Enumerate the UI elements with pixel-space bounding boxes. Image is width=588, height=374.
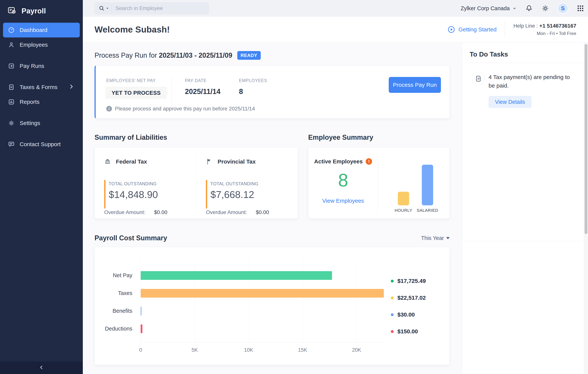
sidebar-item-label: Employees	[20, 42, 48, 48]
company-selector[interactable]: Zylker Corp Canada	[461, 5, 517, 11]
todo-divider	[462, 241, 584, 241]
legend-dot	[391, 330, 394, 333]
chart-category-label: Net Pay	[93, 272, 132, 279]
liability-title: Provincial Tax	[218, 158, 256, 165]
apps-grid-icon	[577, 5, 584, 12]
user-avatar[interactable]: S	[557, 3, 568, 14]
employee-chart-label: SALARIED	[414, 208, 441, 213]
help-line-number: +1 5146736167	[539, 23, 576, 29]
sidebar-item-employees[interactable]: Employees	[3, 37, 80, 52]
active-employees-block: Active Employees ! 8 View Employees	[308, 148, 378, 218]
total-outstanding-label: TOTAL OUTSTANDING	[210, 181, 258, 187]
total-outstanding-amount: $14,848.90	[109, 189, 158, 200]
range-selector-label: This Year	[421, 235, 444, 241]
flag-icon	[206, 158, 213, 165]
view-employees-link[interactable]: View Employees	[322, 197, 364, 204]
payroll-cost-card: 05K10K15K20KNet PayTaxesBenefitsDeductio…	[94, 247, 450, 365]
sidebar-item-reports[interactable]: Reports	[3, 94, 80, 109]
x-axis-tick-label: 5K	[191, 347, 198, 353]
caret-down-icon	[446, 237, 450, 239]
total-outstanding-label: TOTAL OUTSTANDING	[109, 181, 157, 187]
sidebar-item-label: Taxes & Forms	[20, 84, 57, 90]
scrollbar-thumb[interactable]	[585, 44, 588, 234]
reports-icon	[8, 99, 15, 105]
legend-dot	[391, 280, 394, 282]
accent-bar	[206, 180, 207, 208]
total-outstanding-amount: $7,668.12	[210, 189, 254, 200]
chart-legend: $17,725.49$22,517.02$30.00$150.00	[391, 278, 426, 335]
chart-bar	[141, 271, 332, 280]
search-input[interactable]	[116, 5, 205, 11]
sidebar-item-label: Reports	[20, 99, 40, 105]
sidebar: Payroll Dashboard Employees	[0, 0, 83, 374]
payrun-card: EMPLOYEES' NET PAY YET TO PROCESS PAY DA…	[94, 65, 450, 118]
chart-category-label: Benefits	[93, 308, 132, 314]
pay-date-value: 2025/11/14	[185, 88, 220, 96]
x-axis-tick-label: 0	[139, 347, 142, 353]
getting-started-link[interactable]: Getting Started	[448, 26, 497, 33]
sidebar-item-pay-runs[interactable]: Pay Runs	[3, 59, 80, 73]
chart-gridline	[357, 260, 357, 342]
accent-bar	[104, 180, 105, 208]
chevron-left-icon	[39, 364, 44, 371]
sidebar-item-contact-support[interactable]: Contact Support	[3, 137, 80, 152]
bank-icon	[104, 158, 111, 165]
chevron-right-icon	[68, 83, 75, 91]
todo-panel: To Do Tasks 4 Tax payment(s) are pending…	[462, 42, 584, 374]
payrun-period: 2025/11/03 - 2025/11/09	[159, 52, 232, 59]
welcome-header: Welcome Subash! Getting Started Help Lin…	[83, 17, 588, 42]
play-circle-icon	[448, 26, 455, 33]
process-pay-run-button[interactable]: Process Pay Run	[389, 77, 441, 93]
range-selector[interactable]: This Year	[421, 235, 450, 241]
chevron-down-icon	[512, 6, 517, 11]
settings-button[interactable]	[541, 4, 549, 12]
employees-count-label: EMPLOYEES	[239, 78, 267, 83]
overdue-label: Overdue Amount:	[104, 209, 145, 215]
sidebar-item-settings[interactable]: Settings	[3, 116, 80, 130]
payroll-cost-heading: Payroll Cost Summary	[94, 234, 167, 242]
tax-document-icon	[475, 75, 482, 82]
dashboard-icon	[8, 27, 15, 33]
sidebar-item-label: Settings	[20, 120, 40, 126]
getting-started-label: Getting Started	[459, 26, 497, 33]
sidebar-item-dashboard[interactable]: Dashboard	[3, 23, 80, 37]
avatar-initial: S	[561, 5, 565, 11]
global-search[interactable]	[94, 2, 209, 15]
payroll-dashboard-page: Payroll Dashboard Employees	[0, 0, 588, 374]
todo-task-text: 4 Tax payment(s) are pending to be paid.	[489, 73, 574, 90]
liabilities-heading: Summary of Liabilities	[94, 134, 167, 141]
legend-value: $30.00	[398, 312, 415, 318]
chart-category-label: Taxes	[93, 290, 132, 296]
employee-summary-card: Active Employees ! 8 View Employees HOUR…	[308, 147, 450, 218]
search-divider	[112, 5, 112, 12]
search-icon[interactable]	[98, 5, 109, 12]
help-line-label: Help Line :	[513, 23, 538, 29]
sidebar-item-taxes-forms[interactable]: Taxes & Forms	[3, 80, 80, 94]
employee-chart-bar	[422, 165, 433, 205]
active-employees-label: Active Employees	[314, 158, 363, 165]
todo-heading: To Do Tasks	[470, 51, 508, 58]
scrollbar[interactable]	[584, 42, 588, 374]
legend-item: $150.00	[391, 328, 426, 335]
apps-grid-button[interactable]	[576, 4, 585, 12]
overdue-value: $0.00	[256, 209, 269, 215]
employees-icon	[8, 42, 15, 48]
notifications-button[interactable]	[525, 4, 533, 12]
help-line-schedule: Mon - Fri • Toll Free	[513, 31, 576, 36]
legend-item: $22,517.02	[391, 295, 426, 301]
page-title: Welcome Subash!	[94, 24, 170, 35]
view-details-button[interactable]: View Details	[489, 96, 531, 108]
payroll-logo-icon	[7, 6, 17, 16]
company-name: Zylker Corp Canada	[461, 5, 510, 11]
settings-gear-icon	[8, 120, 15, 126]
overdue-value: $0.00	[154, 209, 167, 215]
warning-icon[interactable]: !	[366, 158, 372, 165]
taxes-forms-icon	[8, 84, 15, 91]
gear-icon	[541, 4, 549, 12]
column-divider	[171, 77, 171, 105]
chart-bar	[141, 289, 384, 298]
payrun-note-text: Please process and approve this pay run …	[115, 106, 255, 112]
sidebar-collapse-button[interactable]	[0, 362, 83, 374]
pay-runs-icon	[8, 62, 15, 69]
chart-bar	[141, 324, 142, 333]
